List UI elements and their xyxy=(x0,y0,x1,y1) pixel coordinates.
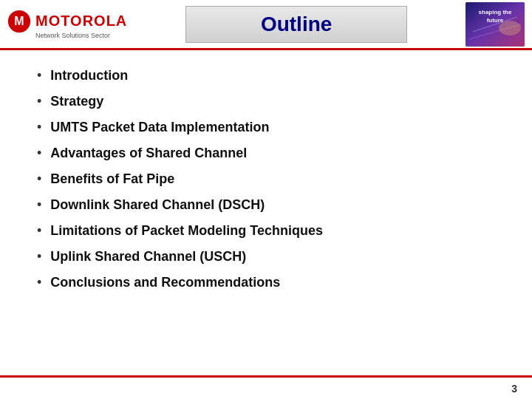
bullet-text: Limitations of Packet Modeling Technique… xyxy=(50,223,323,239)
svg-text:shaping the: shaping the xyxy=(479,9,512,16)
bullet-dot-icon: • xyxy=(37,95,41,108)
list-item: •Conclusions and Recommendations xyxy=(37,270,502,295)
bullet-dot-icon: • xyxy=(37,276,41,289)
company-name: MOTOROLA xyxy=(35,13,127,30)
list-item: •Uplink Shared Channel (USCH) xyxy=(37,245,502,269)
bullet-text: Downlink Shared Channel (DSCH) xyxy=(50,197,265,213)
outline-list: •Introduction•Strategy•UMTS Packet Data … xyxy=(37,64,502,295)
bullet-dot-icon: • xyxy=(37,198,41,211)
bullet-dot-icon: • xyxy=(37,146,41,160)
bullet-text: Introduction xyxy=(50,68,128,83)
list-item: •Strategy xyxy=(37,89,502,114)
bullet-text: Uplink Shared Channel (USCH) xyxy=(50,249,246,265)
content-area: •Introduction•Strategy•UMTS Packet Data … xyxy=(0,50,532,302)
list-item: •Downlink Shared Channel (DSCH) xyxy=(37,193,502,217)
bullet-text: Advantages of Shared Channel xyxy=(50,146,247,161)
bullet-text: UMTS Packet Data Implementation xyxy=(50,120,269,135)
bullet-dot-icon: • xyxy=(37,172,41,185)
logo-area: M MOTOROLA Network Solutions Sector xyxy=(7,10,127,39)
motorola-m-icon: M xyxy=(7,10,31,33)
bullet-dot-icon: • xyxy=(37,250,41,263)
bullet-text: Strategy xyxy=(50,94,103,109)
motorola-logo: M MOTOROLA xyxy=(7,10,127,33)
svg-text:future: future xyxy=(487,17,504,24)
list-item: •Advantages of Shared Channel xyxy=(37,141,502,166)
footer: 3 xyxy=(0,375,532,399)
header: M MOTOROLA Network Solutions Sector Outl… xyxy=(0,0,532,50)
bullet-dot-icon: • xyxy=(37,120,41,134)
bullet-dot-icon: • xyxy=(37,224,41,237)
list-item: •Introduction xyxy=(37,64,502,88)
bullet-text: Conclusions and Recommendations xyxy=(50,275,280,290)
slide-title: Outline xyxy=(185,6,407,43)
company-subtitle: Network Solutions Sector xyxy=(35,32,110,39)
list-item: •UMTS Packet Data Implementation xyxy=(37,115,502,140)
branding-image: shaping the future xyxy=(466,2,525,47)
page-number: 3 xyxy=(511,383,517,395)
bullet-text: Benefits of Fat Pipe xyxy=(50,171,174,187)
svg-text:M: M xyxy=(14,15,24,27)
branding-svg: shaping the future xyxy=(466,2,525,47)
bullet-dot-icon: • xyxy=(37,69,41,82)
list-item: •Benefits of Fat Pipe xyxy=(37,167,502,191)
list-item: •Limitations of Packet Modeling Techniqu… xyxy=(37,219,502,243)
